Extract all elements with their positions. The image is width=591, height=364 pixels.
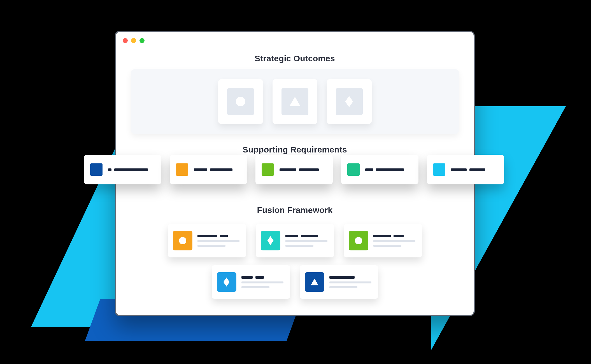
- fusion-icon-tile: [349, 231, 368, 250]
- placeholder-text: [194, 168, 207, 171]
- outcome-card[interactable]: [273, 79, 317, 124]
- placeholder-text: [285, 240, 327, 242]
- requirement-card[interactable]: [341, 155, 418, 184]
- placeholder-text: [197, 240, 239, 242]
- triangle-icon: [289, 97, 301, 106]
- diamond-icon: [267, 236, 274, 245]
- placeholder-text: [285, 235, 298, 237]
- requirement-card[interactable]: [170, 155, 247, 184]
- fusion-card-body: [285, 235, 329, 247]
- section-title-fusion-framework: Fusion Framework: [257, 205, 333, 215]
- section-title-supporting-requirements: Supporting Requirements: [243, 145, 347, 154]
- fusion-card-body: [373, 235, 417, 247]
- requirement-color-swatch: [433, 163, 445, 176]
- placeholder-text: [241, 276, 253, 279]
- diamond-icon: [345, 96, 353, 107]
- placeholder-text: [373, 245, 401, 247]
- placeholder-text: [285, 245, 313, 247]
- requirement-color-swatch: [262, 163, 274, 176]
- placeholder-text: [114, 168, 148, 171]
- section-title-strategic-outcomes: Strategic Outcomes: [255, 54, 335, 63]
- outcome-card[interactable]: [327, 79, 372, 124]
- placeholder-text: [469, 168, 485, 171]
- circle-icon: [355, 237, 362, 244]
- fusion-card[interactable]: [168, 224, 246, 257]
- outcome-tile: [336, 88, 363, 115]
- placeholder-text: [299, 168, 319, 171]
- placeholder-text: [373, 240, 415, 242]
- diamond-icon: [224, 278, 230, 286]
- placeholder-text: [301, 235, 318, 237]
- fusion-row-1: [168, 224, 422, 257]
- placeholder-text: [329, 286, 357, 288]
- supporting-requirements-row: [84, 155, 504, 184]
- placeholder-text: [394, 235, 404, 237]
- requirement-lines: [280, 168, 327, 171]
- fusion-icon-tile: [173, 231, 192, 250]
- requirement-color-swatch: [176, 163, 188, 176]
- placeholder-text: [365, 168, 373, 171]
- outcome-card[interactable]: [218, 79, 263, 124]
- fusion-card[interactable]: [212, 265, 290, 299]
- requirement-lines: [365, 168, 412, 171]
- requirement-card[interactable]: [255, 155, 333, 184]
- triangle-icon: [311, 279, 318, 285]
- fusion-card-body: [241, 276, 285, 288]
- placeholder-text: [197, 245, 225, 247]
- placeholder-text: [451, 168, 467, 171]
- fusion-card-body: [197, 235, 241, 247]
- fusion-card-body: [329, 276, 373, 288]
- placeholder-text: [255, 276, 264, 279]
- fusion-card[interactable]: [256, 224, 334, 257]
- circle-icon: [236, 97, 245, 106]
- placeholder-text: [373, 235, 391, 237]
- requirement-color-swatch: [347, 163, 360, 176]
- placeholder-text: [280, 168, 296, 171]
- outcome-tile: [227, 88, 254, 115]
- outcome-tile: [281, 88, 308, 115]
- fusion-icon-tile: [305, 272, 324, 292]
- window-maximize-icon[interactable]: [139, 38, 145, 43]
- requirement-card[interactable]: [84, 155, 161, 184]
- requirement-card[interactable]: [427, 155, 504, 184]
- window-controls: [123, 38, 145, 43]
- requirement-lines: [194, 168, 241, 171]
- window-close-icon[interactable]: [123, 38, 128, 43]
- fusion-icon-tile: [261, 231, 280, 250]
- window-minimize-icon[interactable]: [131, 38, 136, 43]
- placeholder-text: [241, 286, 269, 288]
- strategic-outcomes-panel: [131, 69, 459, 134]
- fusion-row-2: [212, 265, 378, 299]
- placeholder-text: [241, 281, 283, 283]
- fusion-card[interactable]: [300, 265, 378, 299]
- placeholder-text: [329, 281, 371, 283]
- placeholder-text: [108, 168, 111, 171]
- fusion-icon-tile: [217, 272, 236, 292]
- requirement-lines: [451, 168, 498, 171]
- placeholder-text: [376, 168, 404, 171]
- placeholder-text: [220, 235, 228, 237]
- placeholder-text: [197, 235, 217, 237]
- circle-icon: [179, 237, 186, 244]
- requirement-lines: [108, 168, 155, 171]
- requirement-color-swatch: [90, 163, 103, 176]
- placeholder-text: [210, 168, 232, 171]
- placeholder-text: [329, 276, 355, 279]
- fusion-card[interactable]: [344, 224, 422, 257]
